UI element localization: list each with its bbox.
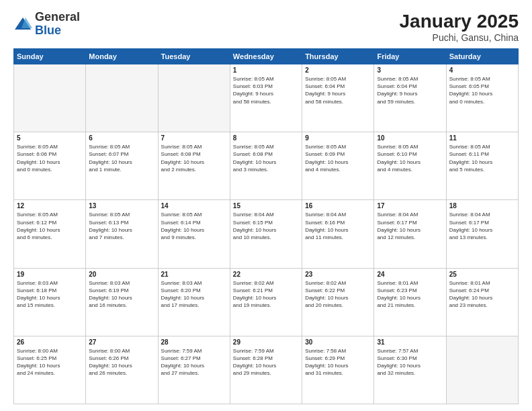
day-cell: 25Sunrise: 8:01 AM Sunset: 6:24 PM Dayli…	[446, 268, 518, 336]
day-info: Sunrise: 8:03 AM Sunset: 6:19 PM Dayligh…	[89, 279, 154, 310]
day-info: Sunrise: 8:05 AM Sunset: 6:11 PM Dayligh…	[449, 143, 515, 173]
day-info: Sunrise: 8:05 AM Sunset: 6:12 PM Dayligh…	[17, 211, 83, 241]
week-row-1: 1Sunrise: 8:05 AM Sunset: 6:03 PM Daylig…	[14, 64, 519, 132]
header: General Blue January 2025 Puchi, Gansu, …	[13, 11, 519, 43]
day-number: 13	[89, 202, 154, 210]
day-info: Sunrise: 8:01 AM Sunset: 6:24 PM Dayligh…	[449, 279, 515, 310]
week-row-5: 26Sunrise: 8:00 AM Sunset: 6:25 PM Dayli…	[14, 336, 519, 404]
day-number: 25	[449, 271, 515, 278]
day-cell: 11Sunrise: 8:05 AM Sunset: 6:11 PM Dayli…	[446, 132, 518, 200]
day-cell: 30Sunrise: 7:58 AM Sunset: 6:29 PM Dayli…	[302, 336, 374, 404]
day-cell: 10Sunrise: 8:05 AM Sunset: 6:10 PM Dayli…	[374, 132, 446, 200]
day-cell: 7Sunrise: 8:05 AM Sunset: 6:08 PM Daylig…	[158, 132, 230, 200]
day-number: 14	[161, 202, 227, 210]
week-row-4: 19Sunrise: 8:03 AM Sunset: 6:18 PM Dayli…	[14, 268, 519, 336]
day-cell: 17Sunrise: 8:04 AM Sunset: 6:17 PM Dayli…	[374, 200, 446, 268]
day-number: 29	[233, 338, 299, 346]
day-number: 31	[377, 338, 443, 346]
day-cell: 4Sunrise: 8:05 AM Sunset: 6:05 PM Daylig…	[446, 64, 518, 132]
day-info: Sunrise: 8:04 AM Sunset: 6:17 PM Dayligh…	[377, 211, 443, 241]
day-cell: 15Sunrise: 8:04 AM Sunset: 6:15 PM Dayli…	[230, 200, 302, 268]
day-number: 24	[377, 271, 443, 278]
col-tuesday: Tuesday	[158, 49, 230, 64]
calendar-subtitle: Puchi, Gansu, China	[400, 32, 519, 43]
day-info: Sunrise: 8:03 AM Sunset: 6:18 PM Dayligh…	[17, 279, 83, 310]
day-info: Sunrise: 8:05 AM Sunset: 6:07 PM Dayligh…	[89, 143, 154, 173]
calendar-title: January 2025	[400, 11, 519, 32]
day-info: Sunrise: 8:05 AM Sunset: 6:14 PM Dayligh…	[161, 211, 227, 241]
day-cell: 27Sunrise: 8:00 AM Sunset: 6:26 PM Dayli…	[86, 336, 158, 404]
day-cell: 18Sunrise: 8:04 AM Sunset: 6:17 PM Dayli…	[446, 200, 518, 268]
day-number: 27	[89, 338, 154, 346]
col-monday: Monday	[86, 49, 158, 64]
day-number: 30	[305, 338, 371, 346]
day-cell: 26Sunrise: 8:00 AM Sunset: 6:25 PM Dayli…	[14, 336, 86, 404]
col-friday: Friday	[374, 49, 446, 64]
day-info: Sunrise: 8:05 AM Sunset: 6:08 PM Dayligh…	[233, 143, 299, 173]
day-info: Sunrise: 8:05 AM Sunset: 6:04 PM Dayligh…	[377, 75, 443, 105]
day-cell	[158, 64, 230, 132]
day-cell: 2Sunrise: 8:05 AM Sunset: 6:04 PM Daylig…	[302, 64, 374, 132]
logo-text: General Blue	[35, 11, 80, 38]
day-number: 16	[305, 202, 371, 210]
day-info: Sunrise: 8:05 AM Sunset: 6:04 PM Dayligh…	[305, 75, 371, 105]
day-cell: 3Sunrise: 8:05 AM Sunset: 6:04 PM Daylig…	[374, 64, 446, 132]
day-info: Sunrise: 8:05 AM Sunset: 6:13 PM Dayligh…	[89, 211, 154, 241]
header-row: Sunday Monday Tuesday Wednesday Thursday…	[14, 49, 519, 64]
day-number: 11	[449, 134, 515, 142]
day-number: 2	[305, 66, 371, 74]
logo-general: General	[35, 10, 80, 24]
day-number: 15	[233, 202, 299, 210]
day-info: Sunrise: 8:05 AM Sunset: 6:08 PM Dayligh…	[161, 143, 227, 173]
day-number: 9	[305, 134, 371, 142]
day-number: 12	[17, 202, 83, 210]
day-info: Sunrise: 8:05 AM Sunset: 6:05 PM Dayligh…	[449, 75, 515, 105]
day-cell: 6Sunrise: 8:05 AM Sunset: 6:07 PM Daylig…	[86, 132, 158, 200]
day-info: Sunrise: 8:04 AM Sunset: 6:16 PM Dayligh…	[305, 211, 371, 241]
day-number: 23	[305, 271, 371, 278]
day-info: Sunrise: 8:04 AM Sunset: 6:15 PM Dayligh…	[233, 211, 299, 241]
day-info: Sunrise: 8:05 AM Sunset: 6:03 PM Dayligh…	[233, 75, 299, 105]
day-info: Sunrise: 8:04 AM Sunset: 6:17 PM Dayligh…	[449, 211, 515, 241]
col-thursday: Thursday	[302, 49, 374, 64]
day-number: 4	[449, 66, 515, 74]
day-cell: 22Sunrise: 8:02 AM Sunset: 6:21 PM Dayli…	[230, 268, 302, 336]
day-info: Sunrise: 8:00 AM Sunset: 6:25 PM Dayligh…	[17, 347, 83, 377]
title-block: January 2025 Puchi, Gansu, China	[400, 11, 519, 43]
day-cell: 13Sunrise: 8:05 AM Sunset: 6:13 PM Dayli…	[86, 200, 158, 268]
day-info: Sunrise: 8:05 AM Sunset: 6:10 PM Dayligh…	[377, 143, 443, 173]
day-info: Sunrise: 7:59 AM Sunset: 6:28 PM Dayligh…	[233, 347, 299, 377]
day-cell	[14, 64, 86, 132]
day-cell: 28Sunrise: 7:59 AM Sunset: 6:27 PM Dayli…	[158, 336, 230, 404]
col-sunday: Sunday	[14, 49, 86, 64]
day-number: 1	[233, 66, 299, 74]
day-info: Sunrise: 8:01 AM Sunset: 6:23 PM Dayligh…	[377, 279, 443, 310]
day-cell: 31Sunrise: 7:57 AM Sunset: 6:30 PM Dayli…	[374, 336, 446, 404]
day-number: 28	[161, 338, 227, 346]
day-info: Sunrise: 7:58 AM Sunset: 6:29 PM Dayligh…	[305, 347, 371, 377]
day-cell: 24Sunrise: 8:01 AM Sunset: 6:23 PM Dayli…	[374, 268, 446, 336]
day-cell: 8Sunrise: 8:05 AM Sunset: 6:08 PM Daylig…	[230, 132, 302, 200]
calendar-table: Sunday Monday Tuesday Wednesday Thursday…	[13, 48, 519, 404]
day-number: 10	[377, 134, 443, 142]
day-info: Sunrise: 7:57 AM Sunset: 6:30 PM Dayligh…	[377, 347, 443, 377]
week-row-3: 12Sunrise: 8:05 AM Sunset: 6:12 PM Dayli…	[14, 200, 519, 268]
day-number: 26	[17, 338, 83, 346]
day-cell: 12Sunrise: 8:05 AM Sunset: 6:12 PM Dayli…	[14, 200, 86, 268]
day-info: Sunrise: 8:05 AM Sunset: 6:06 PM Dayligh…	[17, 143, 83, 173]
day-info: Sunrise: 8:03 AM Sunset: 6:20 PM Dayligh…	[161, 279, 227, 310]
day-number: 22	[233, 271, 299, 278]
logo-blue: Blue	[35, 24, 61, 37]
day-number: 6	[89, 134, 154, 142]
day-info: Sunrise: 8:02 AM Sunset: 6:21 PM Dayligh…	[233, 279, 299, 310]
day-cell: 19Sunrise: 8:03 AM Sunset: 6:18 PM Dayli…	[14, 268, 86, 336]
logo: General Blue	[13, 11, 80, 38]
week-row-2: 5Sunrise: 8:05 AM Sunset: 6:06 PM Daylig…	[14, 132, 519, 200]
day-cell	[446, 336, 518, 404]
day-cell: 9Sunrise: 8:05 AM Sunset: 6:09 PM Daylig…	[302, 132, 374, 200]
day-cell: 23Sunrise: 8:02 AM Sunset: 6:22 PM Dayli…	[302, 268, 374, 336]
day-number: 18	[449, 202, 515, 210]
day-number: 8	[233, 134, 299, 142]
col-wednesday: Wednesday	[230, 49, 302, 64]
day-cell: 14Sunrise: 8:05 AM Sunset: 6:14 PM Dayli…	[158, 200, 230, 268]
